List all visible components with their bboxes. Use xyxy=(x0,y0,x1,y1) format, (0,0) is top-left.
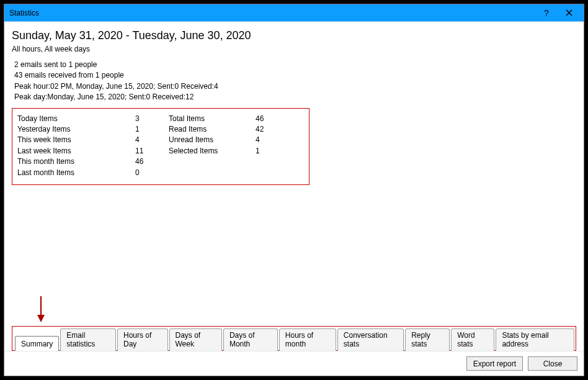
titlebar: Statistics ? xyxy=(4,4,584,22)
stat-value: 4 xyxy=(256,135,280,145)
tab-stats-by-email[interactable]: Stats by email address xyxy=(496,328,574,351)
stat-value: 1 xyxy=(135,124,169,135)
stat-label: This week Items xyxy=(17,135,135,145)
dialog-footer: Export report Close xyxy=(4,351,584,376)
tab-word-stats[interactable]: Word stats xyxy=(451,328,494,351)
summary-peak-day: Peak day:Monday, June 15, 2020; Sent:0 R… xyxy=(14,92,576,102)
stat-label: Read Items xyxy=(169,124,256,135)
tab-hours-of-day[interactable]: Hours of Day xyxy=(117,328,167,351)
close-window-button[interactable] xyxy=(558,4,580,21)
tab-conversation-stats[interactable]: Conversation stats xyxy=(337,328,404,351)
stat-label: Last month Items xyxy=(17,168,135,178)
stat-label: Total Items xyxy=(169,114,256,124)
summary-peak-hour: Peak hour:02 PM, Monday, June 15, 2020; … xyxy=(14,81,576,92)
stat-label: Selected Items xyxy=(169,146,256,156)
tab-bar: Summary Email statistics Hours of Day Da… xyxy=(12,326,576,351)
stat-value: 11 xyxy=(135,146,169,156)
stat-value: 42 xyxy=(256,124,280,135)
stat-value: 1 xyxy=(256,146,280,156)
stat-value: 4 xyxy=(135,135,169,145)
summary-sent: 2 emails sent to 1 people xyxy=(14,60,576,70)
stat-value: 46 xyxy=(256,114,280,124)
summary-received: 43 emails received from 1 people xyxy=(14,70,576,81)
statistics-window: Statistics ? Sunday, May 31, 2020 - Tues… xyxy=(4,4,584,376)
stat-value: 3 xyxy=(135,114,169,124)
summary-lines: 2 emails sent to 1 people 43 emails rece… xyxy=(12,60,576,103)
help-button[interactable]: ? xyxy=(535,4,558,21)
stat-label: Today Items xyxy=(17,114,135,124)
tab-days-of-week[interactable]: Days of Week xyxy=(169,328,222,351)
tab-hours-of-month[interactable]: Hours of month xyxy=(279,328,336,351)
tab-reply-stats[interactable]: Reply stats xyxy=(405,328,450,351)
stat-value: 0 xyxy=(135,168,169,178)
export-report-button[interactable]: Export report xyxy=(466,356,523,371)
date-range-title: Sunday, May 31, 2020 - Tuesday, June 30,… xyxy=(12,29,576,42)
stat-label: Last week Items xyxy=(17,146,135,156)
stat-label: Unread Items xyxy=(169,135,256,145)
tab-summary[interactable]: Summary xyxy=(15,336,59,351)
window-title: Statistics xyxy=(9,9,535,17)
stat-label: This month Items xyxy=(17,156,135,167)
filters-line: All hours, All week days xyxy=(12,45,576,53)
stat-label: Yesterday Items xyxy=(17,124,135,135)
tab-days-of-month[interactable]: Days of Month xyxy=(223,328,278,351)
stats-box: Today Items Yesterday Items This week It… xyxy=(12,108,310,185)
close-icon xyxy=(566,9,572,16)
close-button[interactable]: Close xyxy=(528,356,577,371)
tab-email-statistics[interactable]: Email statistics xyxy=(60,328,116,351)
stat-value: 46 xyxy=(135,156,169,167)
